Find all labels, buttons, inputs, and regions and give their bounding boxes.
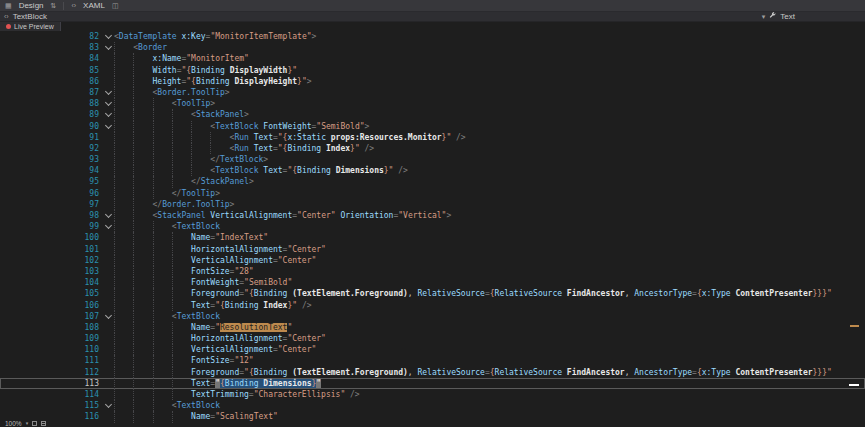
fold-margin[interactable] <box>102 210 114 221</box>
code-line-content[interactable]: <Border.ToolTip> <box>114 87 865 98</box>
code-line-content[interactable]: </TextBlock> <box>114 154 865 165</box>
code-line-content[interactable]: </StackPanel> <box>114 176 865 187</box>
code-line[interactable]: 96</ToolTip> <box>0 188 865 199</box>
code-line-content[interactable]: Height="{Binding DisplayHeight}"> <box>114 76 865 87</box>
chevron-down-icon[interactable] <box>104 43 111 50</box>
code-line-content[interactable]: Name="ResolutionText" <box>114 322 865 333</box>
line-number[interactable]: 99 <box>0 221 102 232</box>
code-line-content[interactable]: <StackPanel> <box>114 109 865 120</box>
chevron-down-icon[interactable] <box>104 88 111 95</box>
code-line[interactable]: 90<TextBlock FontWeight="SemiBold"> <box>0 121 865 132</box>
line-number[interactable]: 112 <box>0 367 102 378</box>
code-line[interactable]: 108Name="ResolutionText" <box>0 322 865 333</box>
chevron-down-icon[interactable] <box>104 122 111 129</box>
line-number[interactable]: 95 <box>0 176 102 187</box>
code-line[interactable]: 111FontSize="12" <box>0 355 865 366</box>
fold-margin[interactable] <box>102 42 114 53</box>
line-number[interactable]: 86 <box>0 76 102 87</box>
code-line-content[interactable]: Foreground="{Binding (TextElement.Foregr… <box>114 288 865 299</box>
editor-control-icon[interactable] <box>41 421 46 426</box>
code-line[interactable]: 104FontWeight="SemiBold" <box>0 277 865 288</box>
line-number[interactable]: 92 <box>0 143 102 154</box>
code-line-content[interactable]: HorizontalAlignment="Center" <box>114 244 865 255</box>
code-line-content[interactable]: </ToolTip> <box>114 188 865 199</box>
code-line-content[interactable]: Name="IndexText" <box>114 232 865 243</box>
chevron-down-icon[interactable] <box>104 32 111 39</box>
code-line-content[interactable]: x:Name="MonitorItem" <box>114 53 865 64</box>
fold-margin[interactable] <box>102 109 114 120</box>
line-number[interactable]: 109 <box>0 333 102 344</box>
code-line[interactable]: 114TextTrimming="CharacterEllipsis" /> <box>0 389 865 400</box>
code-line-content[interactable]: Text="{Binding Index}" /> <box>114 300 865 311</box>
code-line-content[interactable]: TextTrimming="CharacterEllipsis" /> <box>114 389 865 400</box>
fold-margin[interactable] <box>102 311 114 322</box>
line-number[interactable]: 88 <box>0 98 102 109</box>
chevron-down-icon[interactable] <box>104 222 111 229</box>
code-line-content[interactable]: </Border.ToolTip> <box>114 199 865 210</box>
chevron-down-icon[interactable] <box>104 99 111 106</box>
line-number[interactable]: 93 <box>0 154 102 165</box>
code-line[interactable]: 87<Border.ToolTip> <box>0 87 865 98</box>
chevron-down-icon[interactable]: ▾ <box>762 13 766 20</box>
code-line[interactable]: 92<Run Text="{Binding Index}" /> <box>0 143 865 154</box>
code-line[interactable]: 83<Border <box>0 42 865 53</box>
code-line-content[interactable]: FontWeight="SemiBold" <box>114 277 865 288</box>
code-line-content[interactable]: VerticalAlignment="Center" <box>114 344 865 355</box>
line-number[interactable]: 102 <box>0 255 102 266</box>
code-line-content[interactable]: HorizontalAlignment="Center" <box>114 333 865 344</box>
line-number[interactable]: 91 <box>0 132 102 143</box>
line-number[interactable]: 90 <box>0 121 102 132</box>
line-number[interactable]: 85 <box>0 65 102 76</box>
code-line-content[interactable]: Foreground="{Binding (TextElement.Foregr… <box>114 367 865 378</box>
line-number[interactable]: 110 <box>0 344 102 355</box>
code-line-content[interactable]: <TextBlock FontWeight="SemiBold"> <box>114 121 865 132</box>
code-line[interactable]: 103FontSize="28" <box>0 266 865 277</box>
code-line[interactable]: 100Name="IndexText" <box>0 232 865 243</box>
chevron-down-icon[interactable]: ▾ <box>26 420 29 426</box>
code-line[interactable]: 97</Border.ToolTip> <box>0 199 865 210</box>
code-line-content[interactable]: <Border <box>114 42 865 53</box>
chevron-down-icon[interactable] <box>104 110 111 117</box>
code-line[interactable]: 82<DataTemplate x:Key="MonitorItemTempla… <box>0 31 865 42</box>
code-line[interactable]: 86Height="{Binding DisplayHeight}"> <box>0 76 865 87</box>
code-line-content[interactable]: <StackPanel VerticalAlignment="Center" O… <box>114 210 865 221</box>
fold-margin[interactable] <box>102 400 114 411</box>
code-line-content[interactable]: FontSize="12" <box>114 355 865 366</box>
fold-margin[interactable] <box>102 31 114 42</box>
line-number[interactable]: 82 <box>0 31 102 42</box>
code-line-content[interactable]: Text="{Binding Dimensions}" <box>114 378 865 389</box>
swap-panes-icon[interactable]: ⇅ <box>51 2 57 9</box>
code-line[interactable]: 93</TextBlock> <box>0 154 865 165</box>
line-number[interactable]: 87 <box>0 87 102 98</box>
line-number[interactable]: 113 <box>0 378 102 389</box>
code-editor[interactable]: 82<DataTemplate x:Key="MonitorItemTempla… <box>0 31 865 423</box>
code-line-content[interactable]: <TextBlock <box>114 311 865 322</box>
split-view-icon[interactable]: ◫ <box>112 2 119 9</box>
fold-margin[interactable] <box>102 98 114 109</box>
code-line-content[interactable]: Width="{Binding DisplayWidth}" <box>114 65 865 76</box>
line-number[interactable]: 89 <box>0 109 102 120</box>
code-line-content[interactable]: FontSize="28" <box>114 266 865 277</box>
code-line[interactable]: 88<ToolTip> <box>0 98 865 109</box>
code-line[interactable]: 102VerticalAlignment="Center" <box>0 255 865 266</box>
code-line[interactable]: 110VerticalAlignment="Center" <box>0 344 865 355</box>
line-number[interactable]: 98 <box>0 210 102 221</box>
code-line[interactable]: 105Foreground="{Binding (TextElement.For… <box>0 288 865 299</box>
fold-margin[interactable] <box>102 87 114 98</box>
line-number[interactable]: 107 <box>0 311 102 322</box>
code-line[interactable]: 91<Run Text="{x:Static props:Resources.M… <box>0 132 865 143</box>
fold-margin[interactable] <box>102 221 114 232</box>
code-line[interactable]: 95</StackPanel> <box>0 176 865 187</box>
line-number[interactable]: 106 <box>0 300 102 311</box>
code-line[interactable]: 94<TextBlock Text="{Binding Dimensions}"… <box>0 165 865 176</box>
code-line-content[interactable]: <TextBlock Text="{Binding Dimensions}" /… <box>114 165 865 176</box>
code-line[interactable]: 113Text="{Binding Dimensions}" <box>0 378 865 389</box>
line-number[interactable]: 94 <box>0 165 102 176</box>
code-line[interactable]: 106Text="{Binding Index}" /> <box>0 300 865 311</box>
code-line-content[interactable]: <Run Text="{Binding Index}" /> <box>114 143 865 154</box>
code-line-content[interactable]: VerticalAlignment="Center" <box>114 255 865 266</box>
code-line-content[interactable]: <TextBlock <box>114 400 865 411</box>
line-number[interactable]: 96 <box>0 188 102 199</box>
code-line-content[interactable]: <TextBlock <box>114 221 865 232</box>
zoom-control[interactable]: 100% ▾ <box>0 419 51 427</box>
